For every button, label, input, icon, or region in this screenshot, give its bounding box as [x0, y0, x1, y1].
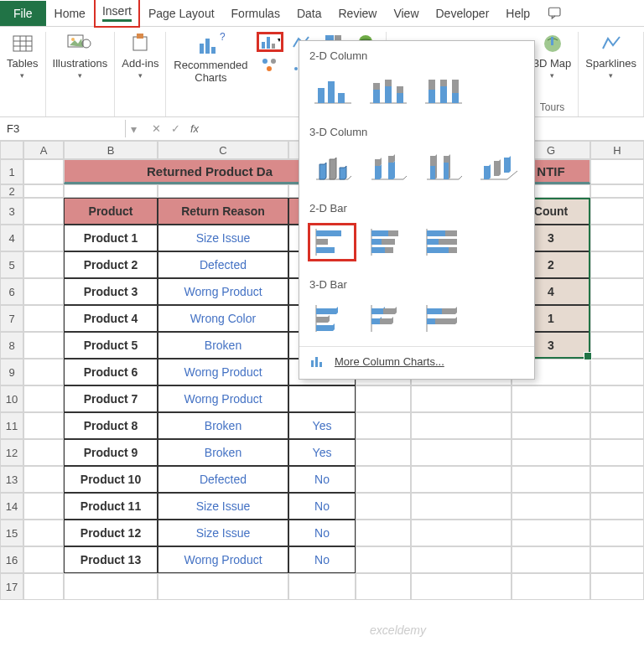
cell-product[interactable]: Product 6: [64, 359, 158, 385]
svg-rect-61: [371, 230, 388, 236]
cell-reason[interactable]: Wrong Color: [158, 305, 288, 332]
cell-refund[interactable]: Yes: [288, 439, 356, 466]
svg-rect-44: [373, 83, 380, 90]
row-header[interactable]: 17: [0, 573, 23, 600]
row-header[interactable]: 5: [0, 251, 23, 278]
fx-icon[interactable]: fx: [190, 122, 199, 135]
100pct-stacked-column-thumb[interactable]: [418, 70, 467, 109]
cell-reason[interactable]: Broken: [158, 439, 288, 466]
cell-reason[interactable]: Size Issue: [158, 520, 288, 546]
column-header-H[interactable]: H: [590, 141, 644, 159]
row-header[interactable]: 14: [0, 493, 23, 520]
sparklines-button[interactable]: Sparklines ▾: [585, 32, 636, 80]
cell-product[interactable]: Product 8: [64, 412, 158, 439]
row-header[interactable]: 15: [0, 520, 23, 546]
3d-stacked-bar-thumb[interactable]: [363, 299, 412, 338]
cell-product[interactable]: Product 3: [64, 278, 158, 305]
3d-100pct-stacked-thumb[interactable]: [418, 147, 467, 185]
cell-product[interactable]: Product 9: [64, 439, 158, 466]
stacked-column-thumb[interactable]: [363, 70, 412, 109]
header-reason[interactable]: Return Reason: [158, 198, 288, 225]
header-product[interactable]: Product: [64, 198, 158, 225]
tab-view[interactable]: View: [385, 1, 427, 26]
cell-reason[interactable]: Defected: [158, 466, 288, 493]
100pct-stacked-bar-thumb[interactable]: [418, 223, 467, 261]
column-header-C[interactable]: C: [158, 141, 288, 159]
insert-column-chart-button[interactable]: ▾: [257, 32, 283, 52]
tab-insert[interactable]: Insert: [94, 0, 140, 28]
cell-reason[interactable]: Worng Product: [158, 359, 288, 385]
tab-formulas[interactable]: Formulas: [223, 1, 288, 26]
cell-reason[interactable]: Defected: [158, 251, 288, 278]
3d-column-thumb[interactable]: [474, 147, 522, 185]
row-header[interactable]: 3: [0, 198, 23, 225]
cell-product[interactable]: Product 11: [64, 493, 158, 520]
3d-100pct-stacked-bar-thumb[interactable]: [418, 299, 467, 338]
cell-product[interactable]: Product 13: [64, 546, 158, 573]
cell-reason[interactable]: Worng Product: [158, 278, 288, 305]
tab-data[interactable]: Data: [288, 1, 330, 26]
tab-developer[interactable]: Developer: [428, 1, 498, 26]
row-header[interactable]: 9: [0, 359, 23, 385]
cell-product[interactable]: Product 4: [64, 305, 158, 332]
tables-button[interactable]: Tables ▾: [7, 32, 39, 80]
illustrations-button[interactable]: Illustrations ▾: [53, 32, 108, 80]
cell-product[interactable]: Product 2: [64, 251, 158, 278]
insert-hierarchy-button[interactable]: [257, 55, 283, 75]
cell-refund[interactable]: No: [288, 546, 356, 573]
more-column-charts[interactable]: More Column Charts...: [299, 346, 534, 375]
column-header-A[interactable]: A: [23, 141, 64, 159]
cell-reason[interactable]: Broken: [158, 412, 288, 439]
row-header[interactable]: 10: [0, 385, 23, 412]
cell-refund[interactable]: No: [288, 493, 356, 520]
row-header[interactable]: 11: [0, 412, 23, 439]
cell-reason[interactable]: Broken: [158, 332, 288, 359]
cell-reason[interactable]: Worng Product: [158, 546, 288, 573]
tab-help[interactable]: Help: [497, 1, 538, 26]
row-header[interactable]: 4: [0, 225, 23, 251]
svg-rect-63: [371, 239, 382, 245]
row-header[interactable]: 12: [0, 439, 23, 466]
cell-reason[interactable]: Size Issue: [158, 493, 288, 520]
cell-product[interactable]: Product 7: [64, 385, 158, 412]
cell-product[interactable]: Product 5: [64, 332, 158, 359]
cancel-icon[interactable]: ✕: [152, 122, 161, 135]
tab-page-layout[interactable]: Page Layout: [140, 1, 223, 26]
namebox-dropdown-icon[interactable]: ▾: [126, 122, 142, 136]
row-header[interactable]: 7: [0, 305, 23, 332]
chevron-down-icon: ▾: [78, 71, 82, 80]
3d-stacked-column-thumb[interactable]: [363, 147, 412, 185]
clustered-bar-thumb[interactable]: [308, 223, 356, 261]
select-all-corner[interactable]: [0, 141, 23, 159]
cell-refund[interactable]: No: [288, 466, 356, 493]
column-header-B[interactable]: B: [64, 141, 158, 159]
row-header[interactable]: 13: [0, 466, 23, 493]
tab-review[interactable]: Review: [330, 1, 386, 26]
file-tab[interactable]: File: [0, 1, 46, 26]
stacked-bar-thumb[interactable]: [363, 223, 412, 261]
name-box[interactable]: F3: [0, 120, 126, 137]
cell-refund[interactable]: No: [288, 520, 356, 546]
cell-reason[interactable]: Size Issue: [158, 225, 288, 251]
cell-product[interactable]: Product 10: [64, 466, 158, 493]
row-header[interactable]: 2: [0, 184, 23, 198]
recommended-charts-button[interactable]: ? Recommended Charts: [173, 32, 248, 84]
row-header[interactable]: 16: [0, 546, 23, 573]
enter-icon[interactable]: ✓: [171, 122, 180, 135]
cell-product[interactable]: Product 1: [64, 225, 158, 251]
row-header[interactable]: 6: [0, 278, 23, 305]
3d-map-button[interactable]: 3D Map ▾: [533, 32, 572, 80]
row-header[interactable]: 1: [0, 159, 23, 184]
ribbon-tabs: File Home Insert Page Layout Formulas Da…: [0, 0, 644, 27]
cell-refund[interactable]: Yes: [288, 412, 356, 439]
row-header[interactable]: 8: [0, 332, 23, 359]
addins-button[interactable]: Add-ins ▾: [122, 32, 158, 80]
3d-clustered-bar-thumb[interactable]: [308, 299, 356, 338]
svg-point-25: [271, 59, 276, 64]
3d-clustered-column-thumb[interactable]: [308, 147, 356, 185]
comments-icon[interactable]: [547, 6, 564, 21]
tab-home[interactable]: Home: [46, 1, 94, 26]
cell-reason[interactable]: Worng Product: [158, 385, 288, 412]
cell-product[interactable]: Product 12: [64, 520, 158, 546]
clustered-column-thumb[interactable]: [308, 70, 356, 109]
